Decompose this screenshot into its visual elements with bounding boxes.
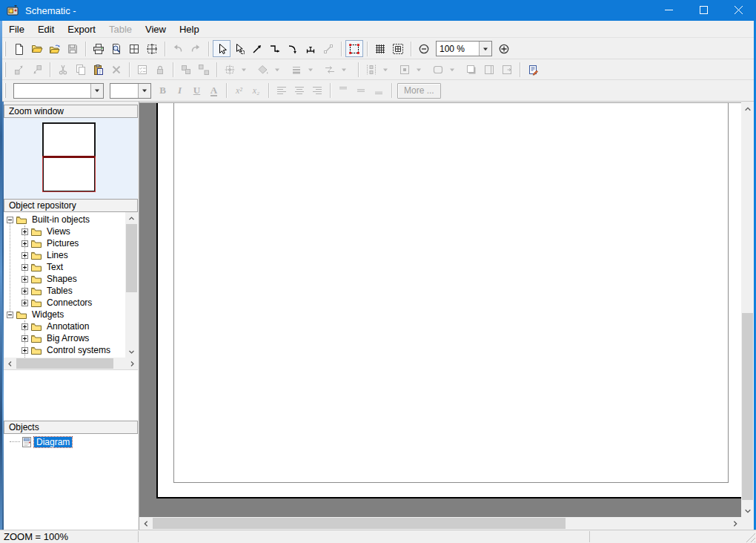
expand-icon[interactable]: [21, 300, 28, 306]
tree-item-connectors[interactable]: Connectors: [4, 297, 125, 309]
curve-connector-button[interactable]: [284, 40, 302, 57]
valign-top-button[interactable]: [334, 82, 352, 99]
expand-icon[interactable]: [21, 228, 28, 235]
superscript-button[interactable]: x²: [231, 82, 248, 99]
fill-color-button[interactable]: [254, 62, 272, 79]
minimize-button[interactable]: [651, 0, 686, 21]
valign-middle-button[interactable]: [352, 82, 370, 99]
expand-icon[interactable]: [21, 240, 28, 247]
select-arrow-button[interactable]: [213, 40, 231, 57]
scroll-down-icon[interactable]: [741, 504, 754, 517]
tree-item-widgets[interactable]: Widgets: [4, 309, 125, 320]
expand-icon[interactable]: [21, 323, 28, 330]
italic-button[interactable]: I: [171, 82, 188, 99]
copy-button[interactable]: [72, 62, 90, 79]
align-right-button[interactable]: [308, 82, 326, 99]
scroll-right-icon[interactable]: [729, 517, 741, 530]
zoom-level-dropdown-icon[interactable]: [479, 42, 491, 56]
report-button[interactable]: [524, 62, 542, 79]
properties-button[interactable]: [133, 62, 151, 79]
distribute-menu-dropdown-button[interactable]: [380, 62, 390, 79]
group-button[interactable]: [177, 62, 195, 79]
grid-frame-button[interactable]: [389, 40, 407, 57]
grid-button[interactable]: [371, 40, 389, 57]
scroll-down-icon[interactable]: [125, 346, 138, 358]
menu-view[interactable]: View: [139, 21, 173, 37]
font-family-combobox[interactable]: [13, 83, 104, 99]
segment-line-button[interactable]: [319, 40, 337, 57]
frame-inset-button[interactable]: [480, 62, 498, 79]
scroll-left-icon[interactable]: [4, 358, 16, 369]
tree-item-pictures[interactable]: Pictures: [4, 237, 125, 249]
ungroup-button[interactable]: [195, 62, 213, 79]
shape-style-button[interactable]: [429, 62, 447, 79]
bring-front-button[interactable]: [10, 62, 28, 79]
line-tool-button[interactable]: [248, 40, 266, 57]
scroll-thumb[interactable]: [16, 358, 113, 369]
print-button[interactable]: [90, 40, 107, 57]
bold-button[interactable]: B: [154, 82, 171, 99]
tree-item-shapes[interactable]: Shapes: [4, 273, 125, 285]
drawing-canvas[interactable]: [139, 102, 741, 518]
scroll-left-icon[interactable]: [139, 517, 152, 530]
line-width-menu-dropdown-button[interactable]: [305, 62, 315, 79]
align-left-button[interactable]: [273, 82, 291, 99]
collapse-icon[interactable]: [7, 312, 13, 318]
preview-viewport-rect[interactable]: [42, 156, 96, 192]
transform-menu-dropdown-button[interactable]: [239, 62, 248, 79]
tree-item-tables[interactable]: Tables: [4, 285, 125, 297]
fill-color-menu-dropdown-button[interactable]: [272, 62, 282, 79]
print-preview-button[interactable]: [107, 40, 125, 57]
menu-file[interactable]: File: [2, 21, 31, 37]
menu-export[interactable]: Export: [61, 21, 102, 37]
resize-grip-icon[interactable]: [745, 532, 755, 542]
tree-item-built-in-objects[interactable]: Built-in objects: [4, 214, 125, 226]
page-break-button[interactable]: [498, 62, 516, 79]
align-center-button[interactable]: [291, 82, 308, 99]
tree-item-big-arrows[interactable]: Big Arrows: [4, 332, 125, 344]
node-select-button[interactable]: [231, 40, 248, 57]
zoom-window-preview[interactable]: [4, 118, 138, 199]
canvas-horizontal-scrollbar[interactable]: [139, 517, 741, 530]
page-layout-button[interactable]: [125, 40, 143, 57]
tree-item-lines[interactable]: Lines: [4, 249, 125, 261]
import-folder-button[interactable]: [46, 40, 64, 57]
ortho-connector-button[interactable]: [266, 40, 284, 57]
open-folder-button[interactable]: [28, 40, 46, 57]
redo-button[interactable]: [187, 40, 205, 57]
valign-bottom-button[interactable]: [370, 82, 388, 99]
tree-item-views[interactable]: Views: [4, 226, 125, 237]
send-back-button[interactable]: [28, 62, 46, 79]
zoom-actual-button[interactable]: [495, 40, 513, 57]
expand-icon[interactable]: [21, 288, 28, 294]
expand-icon[interactable]: [21, 347, 28, 354]
font-size-combobox[interactable]: [110, 83, 151, 99]
more-button[interactable]: More ...: [397, 83, 441, 99]
scroll-thumb[interactable]: [153, 518, 566, 529]
terminal-connector-button[interactable]: [302, 40, 319, 57]
scroll-up-icon[interactable]: [125, 212, 138, 224]
paste-button[interactable]: [90, 62, 107, 79]
tree-item-annotation[interactable]: Annotation: [4, 320, 125, 332]
expand-icon[interactable]: [21, 252, 28, 259]
tree-item-text[interactable]: Text: [4, 261, 125, 273]
scroll-thumb[interactable]: [126, 224, 137, 292]
subscript-button[interactable]: x₂: [248, 82, 265, 99]
menu-table[interactable]: Table: [102, 21, 139, 37]
scroll-right-icon[interactable]: [126, 358, 138, 369]
underline-button[interactable]: U: [188, 82, 205, 99]
save-button[interactable]: [64, 40, 82, 57]
align-box-button[interactable]: [396, 62, 414, 79]
grid-fit-button[interactable]: [143, 40, 161, 57]
align-box-menu-dropdown-button[interactable]: [414, 62, 423, 79]
scroll-thumb[interactable]: [742, 313, 753, 500]
shape-style-menu-dropdown-button[interactable]: [447, 62, 457, 79]
font-size-dropdown-icon[interactable]: [138, 84, 150, 98]
expand-icon[interactable]: [21, 335, 28, 342]
menu-help[interactable]: Help: [173, 21, 206, 37]
lock-button[interactable]: [151, 62, 169, 79]
menu-edit[interactable]: Edit: [31, 21, 61, 37]
arrow-style-button[interactable]: [321, 62, 339, 79]
scroll-up-icon[interactable]: [741, 102, 754, 115]
shadow-button[interactable]: [462, 62, 480, 79]
